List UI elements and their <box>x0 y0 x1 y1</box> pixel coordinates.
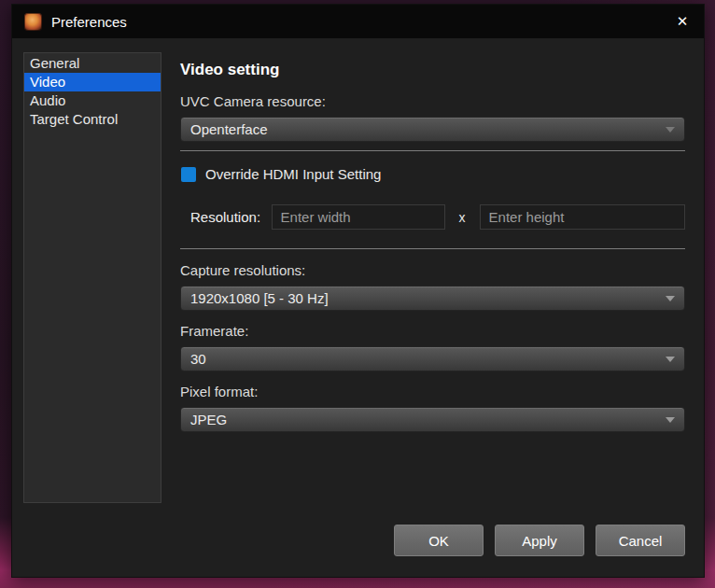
capture-resolutions-dropdown[interactable]: 1920x1080 [5 - 30 Hz] <box>180 286 685 311</box>
capture-resolutions-value: 1920x1080 [5 - 30 Hz] <box>190 290 329 306</box>
chevron-down-icon <box>666 417 675 423</box>
override-hdmi-label: Override HDMI Input Setting <box>205 166 381 182</box>
sidebar-category-list: General Video Audio Target Control <box>23 52 161 503</box>
chevron-down-icon <box>666 296 675 301</box>
sidebar-item-target-control[interactable]: Target Control <box>24 110 161 129</box>
dialog-button-row: OK Apply Cancel <box>180 525 685 556</box>
video-settings-panel: Video setting UVC Camera resource: Opent… <box>180 38 685 577</box>
uvc-camera-label: UVC Camera resource: <box>180 93 685 109</box>
framerate-dropdown[interactable]: 30 <box>180 346 685 371</box>
uvc-camera-value: Openterface <box>190 121 268 137</box>
divider-top <box>180 150 685 151</box>
app-icon <box>24 13 42 31</box>
framerate-value: 30 <box>190 351 206 367</box>
pixel-format-dropdown[interactable]: JPEG <box>180 407 685 432</box>
sidebar-item-audio[interactable]: Audio <box>24 91 161 110</box>
sidebar-item-general[interactable]: General <box>24 54 161 73</box>
uvc-camera-dropdown[interactable]: Openterface <box>180 117 685 142</box>
divider-middle <box>180 248 685 249</box>
cancel-button[interactable]: Cancel <box>596 525 685 556</box>
sidebar-item-video[interactable]: Video <box>24 73 161 91</box>
resolution-x-separator: x <box>445 210 480 225</box>
chevron-down-icon <box>666 357 675 362</box>
pixel-format-label: Pixel format: <box>180 384 685 399</box>
resolution-row: Resolution: x <box>180 204 685 230</box>
close-icon: ✕ <box>677 13 689 30</box>
window-title: Preferences <box>51 14 127 30</box>
ok-button[interactable]: OK <box>394 525 484 556</box>
chevron-down-icon <box>666 127 675 133</box>
pixel-format-value: JPEG <box>190 412 227 427</box>
page-title: Video setting <box>180 61 685 79</box>
resolution-width-input[interactable] <box>272 204 445 230</box>
override-hdmi-row: Override HDMI Input Setting <box>180 166 685 182</box>
capture-resolutions-label: Capture resolutions: <box>180 262 685 278</box>
resolution-height-input[interactable] <box>480 204 685 230</box>
title-bar[interactable]: Preferences ✕ <box>12 5 704 38</box>
apply-button[interactable]: Apply <box>495 525 584 556</box>
dialog-body: General Video Audio Target Control Video… <box>12 38 704 577</box>
framerate-label: Framerate: <box>180 323 685 339</box>
resolution-label: Resolution: <box>190 209 272 225</box>
preferences-dialog: Preferences ✕ General Video Audio Target… <box>11 4 705 578</box>
close-button[interactable]: ✕ <box>661 5 704 38</box>
override-hdmi-checkbox[interactable] <box>181 167 196 182</box>
